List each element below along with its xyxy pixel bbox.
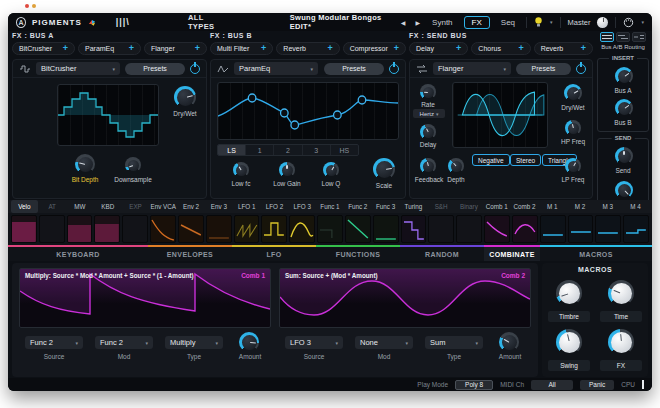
mod-preview-func3[interactable] (373, 215, 399, 243)
mod-tab-env-vca[interactable]: Env VCA (150, 200, 177, 213)
eq-node-3[interactable] (334, 111, 342, 119)
mod-tab-velo[interactable]: Velo (11, 200, 38, 213)
flanger-stereo-button[interactable]: Stereo (510, 154, 541, 166)
mod-tab-comb1[interactable]: Comb 1 (483, 200, 510, 213)
mod-tab-m4[interactable]: M 4 (622, 200, 649, 213)
mod-tab-m1[interactable]: M 1 (539, 200, 566, 213)
comb1-type-select[interactable]: Multiply▾ (165, 336, 223, 349)
preset-browser-icon[interactable]: |||\ (116, 17, 130, 27)
mod-preview-m1[interactable] (540, 215, 566, 243)
comb1-amount-knob[interactable] (239, 332, 259, 352)
routing-option-2-button[interactable] (616, 32, 630, 42)
play-mode-value[interactable]: Poly 8 (455, 380, 493, 390)
category-functions[interactable]: FUNCTIONS (316, 245, 400, 261)
bus-a-slot-1[interactable]: BitCrusher+ (12, 42, 75, 55)
flanger-feedback-knob[interactable] (420, 158, 436, 174)
add-icon[interactable]: + (327, 45, 332, 52)
mod-preview-mw[interactable] (67, 215, 93, 243)
send-presets-button[interactable]: Presets (516, 63, 571, 75)
add-icon[interactable]: + (129, 45, 134, 52)
mod-tab-env2[interactable]: Env 2 (178, 200, 205, 213)
preset-type-filter[interactable]: ALL TYPES (188, 13, 228, 31)
mod-tab-at[interactable]: AT (39, 200, 66, 213)
mod-tab-lfo1[interactable]: LFO 1 (233, 200, 260, 213)
bus-b-slot-1[interactable]: Multi Filter+ (210, 42, 273, 55)
mod-preview-kbd[interactable] (94, 215, 120, 243)
send-slot-1[interactable]: Delay+ (409, 42, 468, 55)
bit-depth-knob[interactable] (75, 154, 95, 174)
add-icon[interactable]: + (581, 45, 586, 52)
mod-tab-env3[interactable]: Env 3 (205, 200, 232, 213)
master-volume-knob[interactable] (597, 17, 608, 28)
category-combinate[interactable]: COMBINATE (484, 245, 540, 261)
bus-a-presets-button[interactable]: Presets (125, 63, 185, 75)
category-macros[interactable]: MACROS (540, 245, 652, 261)
comb2-source-select[interactable]: LFO 3▾ (285, 336, 343, 349)
band-tab-1[interactable]: 1 (246, 145, 274, 155)
band-tab-3[interactable]: 3 (303, 145, 331, 155)
bus-a-fx-power-button[interactable] (190, 64, 200, 74)
midi-icon[interactable] (623, 17, 634, 28)
mod-preview-lfo2[interactable] (261, 215, 287, 243)
flanger-drywet-knob[interactable] (564, 84, 582, 102)
macro-fx-knob[interactable] (608, 329, 634, 355)
mod-preview-turing[interactable] (401, 215, 427, 243)
mod-preview-lfo1[interactable] (234, 215, 260, 243)
flanger-delay-knob[interactable] (420, 124, 436, 140)
comb1-source-select[interactable]: Func 2▾ (25, 336, 83, 349)
mod-tab-m2[interactable]: M 2 (567, 200, 594, 213)
mod-tab-lfo3[interactable]: LFO 3 (289, 200, 316, 213)
bus-a-fx-select[interactable]: BitCrusher▾ (36, 62, 120, 75)
sound-design-tips-icon[interactable] (534, 16, 543, 28)
category-keyboard[interactable]: KEYBOARD (8, 245, 148, 261)
eq-node-1[interactable] (281, 109, 289, 117)
bus-b-level-knob[interactable] (615, 99, 633, 117)
send-fx-select[interactable]: Flanger▾ (433, 62, 511, 75)
send-fx-power-button[interactable] (576, 64, 586, 74)
downsample-knob[interactable] (125, 157, 141, 173)
mod-preview-env-vca[interactable] (150, 215, 176, 243)
comb2-mod-select[interactable]: None▾ (355, 336, 413, 349)
mod-tab-m3[interactable]: M 3 (594, 200, 621, 213)
comb2-type-select[interactable]: Sum▾ (425, 336, 483, 349)
mod-preview-lfo3[interactable] (289, 215, 315, 243)
flanger-rate-knob[interactable] (420, 84, 436, 100)
mod-preview-env3[interactable] (206, 215, 232, 243)
flanger-depth-knob[interactable] (448, 158, 464, 174)
bus-b-presets-button[interactable]: Presets (324, 63, 384, 75)
low-fc-knob[interactable] (233, 162, 249, 178)
mod-tab-kbd[interactable]: KBD (94, 200, 121, 213)
mod-tab-sh[interactable]: S&H (428, 200, 455, 213)
rate-unit-select[interactable]: Hertz▾ (413, 109, 445, 118)
add-icon[interactable]: + (261, 45, 266, 52)
bus-a-slot-2[interactable]: ParamEq+ (78, 42, 141, 55)
bitcrusher-drywet-knob[interactable] (174, 86, 196, 108)
bus-b-slot-3[interactable]: Compressor+ (343, 42, 406, 55)
bus-b-slot-2[interactable]: Reverb+ (276, 42, 339, 55)
mod-preview-m4[interactable] (623, 215, 649, 243)
low-gain-knob[interactable] (279, 162, 295, 178)
tab-fx[interactable]: FX (464, 16, 490, 29)
mod-preview-at[interactable] (39, 215, 65, 243)
mod-preview-func1[interactable] (317, 215, 343, 243)
mod-tab-lfo2[interactable]: LFO 2 (261, 200, 288, 213)
window-dot-yellow[interactable] (32, 4, 36, 8)
mod-preview-comb2[interactable] (512, 215, 538, 243)
category-envelopes[interactable]: ENVELOPES (148, 245, 232, 261)
mod-tab-turing[interactable]: Turing (400, 200, 427, 213)
comb2-amount-knob[interactable] (499, 332, 519, 352)
midi-caret-icon[interactable]: ▾ (641, 19, 644, 25)
mod-tab-func3[interactable]: Func 3 (372, 200, 399, 213)
macro-swing-knob[interactable] (556, 329, 582, 355)
tab-seq[interactable]: Seq (497, 17, 519, 28)
next-preset-icon[interactable]: ▶ (413, 19, 422, 26)
category-lfo[interactable]: LFO (232, 245, 316, 261)
low-q-knob[interactable] (323, 162, 339, 178)
mod-preview-velo[interactable] (11, 215, 37, 243)
routing-option-1-button[interactable] (600, 32, 614, 42)
add-icon[interactable]: + (456, 45, 461, 52)
routing-option-3-button[interactable] (632, 32, 646, 42)
mod-preview-exp[interactable] (122, 215, 148, 243)
eq-node-hs[interactable] (358, 96, 366, 104)
bus-a-level-knob[interactable] (615, 67, 633, 85)
